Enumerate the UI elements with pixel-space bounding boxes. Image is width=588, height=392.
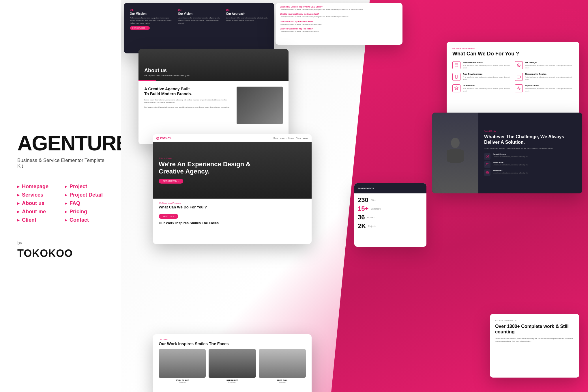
feature-teamwork: Teamwork Lorem ipsum dolor sit amet, con…	[484, 169, 576, 176]
stat-workers: 36 Workers	[358, 214, 423, 221]
hero-title: We're An Experience Design &Creative Age…	[159, 161, 306, 175]
hero-cta-btn[interactable]: GET STARTED →	[159, 179, 183, 184]
screen-homepage: EGENCY. Home Project ▾ Service Pricing M…	[153, 134, 312, 244]
homepage-services-tag: We Solve Your Problems	[159, 202, 306, 204]
team-member-1: JOHN BLAKE Designer	[159, 349, 206, 383]
service-responsive: Responsive Design Ar in hac feuis, arcol…	[515, 73, 574, 81]
team-name-1: JOHN BLAKE	[159, 379, 206, 381]
nav-item-about-me[interactable]: About me	[17, 209, 59, 215]
challenge-tag: Social Media	[484, 130, 576, 132]
faq-item-3: Can You Boost My Business Fast? Lorem ip…	[280, 20, 398, 25]
web-dev-icon	[452, 61, 460, 69]
mission-title: Our Mission	[130, 12, 172, 15]
faq-a1: Lorem ipsum dolor sit amet, consectetur …	[280, 8, 398, 11]
service-optimization: Optimization Ar in hac feuis, arcol sed …	[515, 84, 574, 92]
challenge-image	[432, 113, 478, 193]
svg-rect-8	[447, 150, 451, 162]
nav-item-project[interactable]: Project	[65, 184, 107, 190]
service-ux: UX Design Ar in hac feuis, arcol sed ame…	[515, 61, 574, 69]
cta-services-btn[interactable]: OUR SERVICES →	[130, 26, 150, 30]
faq-q4: Can You Guarantee my Top Rank?	[280, 28, 398, 30]
team-member-2: SARAH LEE Developer	[209, 349, 256, 383]
responsive-desc: Ar in hac feuis, arcol sed amet product.…	[525, 76, 574, 81]
illustration-desc: Ar in hac feuis, arcol sed amet product.…	[463, 87, 511, 92]
nav-item-client[interactable]: Client	[17, 217, 59, 223]
homepage-hero: Think & Create We're An Experience Desig…	[153, 142, 312, 199]
stats-title: ACHIEVEMENTS	[358, 187, 374, 189]
about-us-title: About us	[144, 68, 190, 74]
service-illustration: Illustration Ar in hac feuis, arcol sed …	[452, 84, 511, 92]
screen-mission: 01. Our Mission Pellentesque aliquet, nu…	[124, 3, 274, 53]
screen-faq: Can Social Content Improve my SEO Score?…	[276, 3, 402, 45]
faq-a3: Lorem ipsum dolor sit amet, consectetur …	[280, 23, 398, 25]
stat-customers: 15+ Customers	[358, 206, 423, 212]
mission-text: Pellentesque aliquet, nunc a vulputate u…	[130, 17, 172, 25]
svg-rect-7	[450, 149, 461, 163]
teamwork-name: Teamwork	[493, 169, 528, 171]
faq-item-2: What is your best Social media product? …	[280, 13, 398, 18]
illustration-icon	[452, 84, 460, 92]
about-us-image	[237, 87, 283, 124]
nav-link-pricing[interactable]: Pricing	[296, 137, 301, 139]
nav-link-service[interactable]: Service	[288, 137, 294, 139]
homepage-services-title: What Can We Do For You ?	[159, 205, 306, 209]
nav-link-project[interactable]: Project ▾	[280, 137, 286, 139]
faq-item-4: Can You Guarantee my Top Rank? Lorem ips…	[280, 28, 398, 33]
vision-num: 02.	[178, 8, 220, 12]
team-name-2: SARAH LEE	[209, 379, 256, 381]
mission-num: 01.	[130, 8, 172, 12]
faq-a4: Lorem ipsum dolor sit amet, consectetur …	[280, 30, 398, 33]
brand-title: AGENTURE	[17, 133, 107, 154]
ux-icon	[515, 61, 523, 69]
approach-text: Lorem ipsum dolor sit amet consectetur a…	[226, 17, 268, 22]
result-driven-desc: Lorem ipsum dolor sit amet, consectetur …	[493, 156, 528, 158]
stat-workers-number: 36	[358, 214, 365, 221]
optimization-icon	[515, 84, 523, 92]
app-name: App Development	[463, 73, 511, 75]
creator-label: TOKOKOO	[17, 247, 107, 260]
nav-link-more[interactable]: More ▾	[303, 137, 308, 139]
nav-grid: Homepage Project Services Project Detail…	[17, 184, 107, 223]
stat-projects: 2K Projects	[358, 223, 423, 229]
services-tag: We Solve Your Problems	[452, 48, 574, 50]
nav-item-contact[interactable]: Contact	[65, 217, 107, 223]
homepage-nav-links: Home Project ▾ Service Pricing More ▾	[274, 137, 308, 139]
nav-link-home[interactable]: Home	[274, 137, 278, 139]
screen-stats: ACHIEVEMENTS 230 Office 15+ Customers 36…	[354, 183, 426, 247]
nav-item-about-us[interactable]: About us	[17, 200, 59, 206]
ux-desc: Ar in hac feuis, arcol sed amet product.…	[525, 64, 574, 69]
screen-team: Our Team Our Work Inspires Smiles The Fa…	[153, 334, 312, 392]
nav-item-project-detail[interactable]: Project Detail	[65, 192, 107, 198]
dots-pattern	[556, 9, 579, 32]
team-role-3: Manager	[259, 381, 306, 383]
result-driven-icon	[484, 153, 490, 160]
stat-office-number: 230	[358, 197, 368, 203]
team-heading: Our Work Inspires Smiles The Faces	[159, 221, 306, 226]
services-title: What Can We Do For You ?	[452, 51, 574, 57]
nav-item-homepage[interactable]: Homepage	[17, 184, 59, 190]
solid-team-desc: Lorem ipsum dolor sit amet, consectetur …	[493, 164, 528, 166]
nav-item-pricing[interactable]: Pricing	[65, 209, 107, 215]
faq-a2: Lorem ipsum dolor sit amet, consectetur …	[280, 16, 398, 18]
faq-q3: Can You Boost My Business Fast?	[280, 20, 398, 23]
svg-rect-5	[517, 76, 520, 78]
nav-item-faq[interactable]: FAQ	[65, 200, 107, 206]
teamwork-icon	[484, 169, 490, 176]
stat-office: 230 Office	[358, 197, 423, 203]
stat-customers-number: 15+	[358, 206, 368, 212]
nav-item-services[interactable]: Services	[17, 192, 59, 198]
stat-workers-label: Workers	[367, 216, 374, 219]
homepage-logo: EGENCY.	[156, 137, 172, 140]
achievements-desc: Lorem ipsum dolor sit amet, consectetur …	[495, 337, 574, 343]
app-icon	[452, 73, 460, 81]
team-grid: JOHN BLAKE Designer SARAH LEE Developer …	[159, 349, 306, 383]
approach-num: 03.	[226, 8, 268, 12]
mockup-area: 01. Our Mission Pellentesque aliquet, nu…	[121, 0, 588, 392]
about-us-body-title: A Creative Agency BuiltTo Build Modern B…	[144, 87, 232, 96]
by-label: by	[17, 240, 107, 246]
screen-about-us: About us We help our client make realise…	[138, 49, 289, 144]
responsive-name: Responsive Design	[525, 73, 574, 75]
feature-solid-team: Solid Team Lorem ipsum dolor sit amet, c…	[484, 161, 576, 168]
feature-result-driven: Result Driven Lorem ipsum dolor sit amet…	[484, 153, 576, 160]
meet-us-btn[interactable]: MEET US →	[159, 214, 178, 219]
